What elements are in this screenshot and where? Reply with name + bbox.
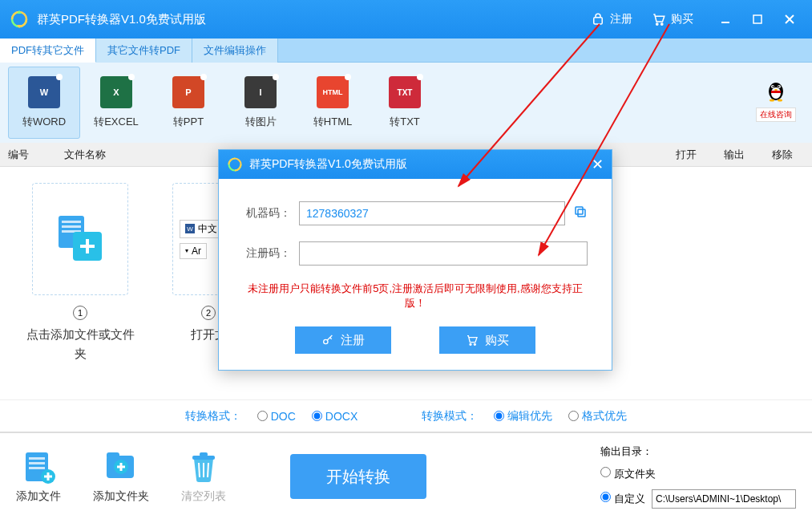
tool-excel[interactable]: X转EXCEL <box>80 67 152 139</box>
format-label: 转换格式： <box>185 409 241 424</box>
radio-format-priority[interactable]: 格式优先 <box>568 409 627 424</box>
svg-rect-6 <box>753 15 762 23</box>
preview-file-chip: W中文 <box>180 220 223 238</box>
dialog-logo-icon <box>227 156 243 172</box>
add-file-button[interactable]: 添加文件 <box>16 449 61 504</box>
reg-code-label: 注册码： <box>243 246 291 261</box>
register-dialog: 群英PDF转换器V1.0免费试用版 ✕ 机器码： 注册码： 未注册用户只能转换文… <box>218 149 612 371</box>
cart-icon <box>652 12 666 26</box>
titlebar: 群英PDF转换器V1.0免费试用版 注册 购买 <box>0 0 812 39</box>
svg-rect-34 <box>107 452 119 459</box>
options-row: 转换格式： DOC DOCX 转换模式： 编辑优先 格式优先 <box>0 399 812 432</box>
svg-rect-39 <box>200 452 208 456</box>
col-id: 编号 <box>0 148 56 162</box>
qq-consult-button[interactable]: 在线咨询 <box>756 77 796 122</box>
add-file-icon <box>21 449 56 485</box>
svg-point-3 <box>656 23 658 25</box>
txt-icon: TXT <box>389 76 421 108</box>
copy-icon[interactable] <box>573 205 588 222</box>
dialog-register-button[interactable]: 注册 <box>295 326 391 354</box>
tool-ppt[interactable]: P转PPT <box>152 67 224 139</box>
svg-rect-21 <box>62 225 81 228</box>
svg-point-47 <box>474 343 475 345</box>
output-path-input[interactable] <box>652 489 796 509</box>
svg-point-13 <box>773 86 774 87</box>
tool-html[interactable]: HTML转HTML <box>297 67 369 139</box>
cart-icon <box>466 334 479 347</box>
app-logo-icon <box>10 10 29 29</box>
step-1-badge: 1 <box>73 306 87 320</box>
tab-pdf-to-other[interactable]: PDF转其它文件 <box>0 39 96 63</box>
preview-font-chip: ▾Ar <box>180 243 207 259</box>
svg-point-17 <box>770 99 774 102</box>
bottom-bar: 添加文件 添加文件夹 清空列表 开始转换 输出目录： 原文件夹 自定义 <box>0 432 812 519</box>
tab-bar: PDF转其它文件 其它文件转PDF 文件编辑操作 <box>0 39 812 63</box>
radio-doc[interactable]: DOC <box>257 410 296 423</box>
maximize-button[interactable] <box>745 6 770 32</box>
svg-rect-28 <box>29 462 45 464</box>
col-output: 输出 <box>716 148 764 162</box>
excel-icon: X <box>100 76 132 108</box>
start-convert-button[interactable]: 开始转换 <box>290 454 426 499</box>
html-icon: HTML <box>317 76 349 108</box>
register-icon <box>591 12 605 26</box>
machine-code-input[interactable] <box>299 201 565 225</box>
toolbar: W转WORD X转EXCEL P转PPT I转图片 HTML转HTML TXT转… <box>0 63 812 143</box>
output-label: 输出目录： <box>600 444 796 459</box>
trash-icon <box>186 449 221 485</box>
dialog-title: 群英PDF转换器V1.0免费试用版 <box>249 157 407 172</box>
svg-point-46 <box>470 343 471 345</box>
svg-point-14 <box>778 86 780 87</box>
reg-code-input[interactable] <box>299 241 588 266</box>
svg-line-42 <box>208 463 208 477</box>
ppt-icon: P <box>172 76 204 108</box>
svg-rect-20 <box>62 221 81 223</box>
titlebar-register-button[interactable]: 注册 <box>591 12 632 26</box>
output-section: 输出目录： 原文件夹 自定义 <box>600 444 796 509</box>
step-1-label: 点击添加文件或文件夹 <box>24 325 136 363</box>
qq-penguin-icon <box>763 77 789 103</box>
clear-list-button[interactable]: 清空列表 <box>181 449 226 504</box>
add-file-illustration-icon <box>52 211 108 267</box>
dialog-titlebar: 群英PDF转换器V1.0免费试用版 ✕ <box>219 150 612 179</box>
tab-other-to-pdf[interactable]: 其它文件转PDF <box>96 39 192 63</box>
machine-code-label: 机器码： <box>243 206 291 221</box>
add-folder-button[interactable]: 添加文件夹 <box>93 449 149 504</box>
word-icon: W <box>28 76 60 108</box>
radio-custom-folder[interactable]: 自定义 <box>600 492 645 506</box>
image-icon: I <box>244 76 277 108</box>
app-title: 群英PDF转换器V1.0免费试用版 <box>37 12 591 27</box>
dialog-buy-button[interactable]: 购买 <box>439 326 535 354</box>
tool-image[interactable]: I转图片 <box>224 67 297 139</box>
minimize-button[interactable] <box>713 6 738 32</box>
svg-point-45 <box>324 339 328 343</box>
svg-rect-2 <box>594 18 603 24</box>
step-2-badge: 2 <box>201 306 216 320</box>
radio-edit-priority[interactable]: 编辑优先 <box>494 409 552 424</box>
svg-point-4 <box>661 23 663 25</box>
dialog-close-button[interactable]: ✕ <box>592 156 604 173</box>
col-remove: 移除 <box>764 148 812 162</box>
dialog-note: 未注册用户只能转换文件前5页,注册激活后即可无限制使用,感谢您支持正版！ <box>243 282 588 310</box>
tab-file-edit[interactable]: 文件编辑操作 <box>192 39 278 63</box>
qq-consult-label: 在线咨询 <box>756 107 796 122</box>
svg-rect-29 <box>29 467 45 469</box>
svg-rect-43 <box>578 209 585 217</box>
svg-rect-44 <box>576 207 583 214</box>
tool-word[interactable]: W转WORD <box>8 67 80 139</box>
svg-point-15 <box>774 89 778 91</box>
close-button[interactable] <box>777 6 802 32</box>
col-open: 打开 <box>668 148 716 162</box>
titlebar-buy-button[interactable]: 购买 <box>652 12 693 26</box>
add-folder-icon <box>103 449 139 485</box>
key-icon <box>321 334 334 347</box>
tool-txt[interactable]: TXT转TXT <box>369 67 441 139</box>
radio-docx[interactable]: DOCX <box>312 410 358 423</box>
svg-point-18 <box>778 99 782 102</box>
radio-orig-folder[interactable]: 原文件夹 <box>600 467 656 481</box>
svg-line-40 <box>199 463 200 477</box>
placeholder-add[interactable]: 1 点击添加文件或文件夹 <box>24 183 136 383</box>
svg-rect-16 <box>771 91 781 93</box>
svg-rect-27 <box>29 457 45 460</box>
mode-label: 转换模式： <box>422 409 478 424</box>
